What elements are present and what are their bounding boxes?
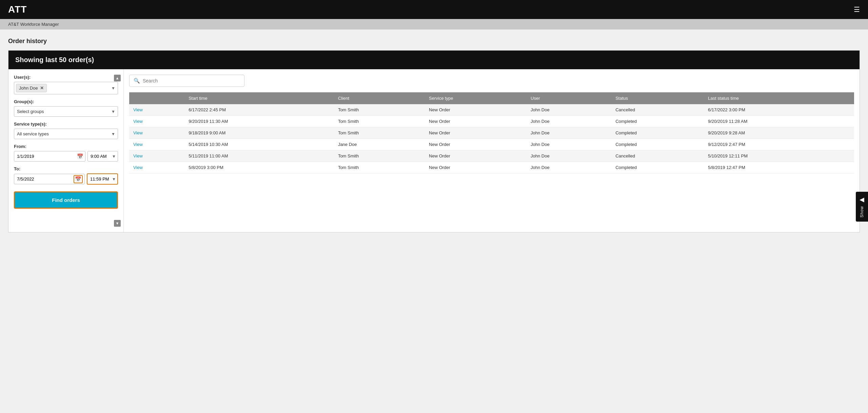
row-last-status-time: 5/8/2019 12:47 PM xyxy=(704,162,854,173)
panel-header: Showing last 50 order(s) xyxy=(8,51,860,69)
table-body: View 6/17/2022 2:45 PM Tom Smith New Ord… xyxy=(129,104,854,173)
remove-user-button[interactable]: ✕ xyxy=(40,86,44,91)
search-input[interactable] xyxy=(143,78,240,83)
page-content: Order history Showing last 50 order(s) ▲… xyxy=(0,30,868,241)
row-client: Tom Smith xyxy=(334,104,425,116)
row-user: John Doe xyxy=(527,104,611,116)
row-status: Cancelled xyxy=(611,150,704,162)
row-service-type: New Order xyxy=(425,162,527,173)
hamburger-icon[interactable]: ☰ xyxy=(854,5,860,14)
to-time-select[interactable]: 11:59 PM 10:00 PM xyxy=(87,173,118,185)
table-row: View 5/14/2019 10:30 AM Jane Doe New Ord… xyxy=(129,139,854,150)
row-start-time: 5/11/2019 11:00 AM xyxy=(184,150,334,162)
table-row: View 5/11/2019 11:00 AM Tom Smith New Or… xyxy=(129,150,854,162)
row-action[interactable]: View xyxy=(129,104,184,116)
from-date-row: 📅 9:00 AM 10:00 AM ▼ xyxy=(14,151,118,162)
from-date-input-wrap: 📅 xyxy=(14,151,85,162)
filter-sidebar: ▲ User(s): John Doe ✕ ▼ Group(s): xyxy=(8,69,124,232)
col-last-status-time: Last status time xyxy=(704,92,854,104)
col-start-time: Start time xyxy=(184,92,334,104)
col-status: Status xyxy=(611,92,704,104)
to-calendar-icon[interactable]: 📅 xyxy=(74,175,83,183)
col-client: Client xyxy=(334,92,425,104)
row-last-status-time: 9/20/2019 11:28 AM xyxy=(704,116,854,127)
users-select-box[interactable]: John Doe ✕ xyxy=(14,82,118,94)
row-user: John Doe xyxy=(527,150,611,162)
row-action[interactable]: View xyxy=(129,127,184,139)
service-type-select[interactable]: All service types xyxy=(14,129,118,139)
show-tab[interactable]: ◀ Show xyxy=(856,191,868,221)
subtitle: AT&T Workforce Manager xyxy=(8,22,59,27)
view-link[interactable]: View xyxy=(133,142,143,147)
row-start-time: 9/20/2019 11:30 AM xyxy=(184,116,334,127)
table-row: View 9/20/2019 11:30 AM Tom Smith New Or… xyxy=(129,116,854,127)
from-calendar-icon[interactable]: 📅 xyxy=(77,153,83,159)
col-user: User xyxy=(527,92,611,104)
to-time-select-wrap: 11:59 PM 10:00 PM ▼ xyxy=(87,173,118,185)
main-panel: Showing last 50 order(s) ▲ User(s): John… xyxy=(8,50,860,232)
row-start-time: 9/18/2019 9:00 AM xyxy=(184,127,334,139)
users-label: User(s): xyxy=(14,75,118,80)
row-user: John Doe xyxy=(527,162,611,173)
row-last-status-time: 6/17/2022 3:00 PM xyxy=(704,104,854,116)
sub-nav: AT&T Workforce Manager xyxy=(0,19,868,30)
from-label: From: xyxy=(14,144,118,149)
row-status: Completed xyxy=(611,162,704,173)
row-client: Tom Smith xyxy=(334,162,425,173)
user-tag-name: John Doe xyxy=(19,86,38,91)
from-time-select[interactable]: 9:00 AM 10:00 AM xyxy=(87,151,118,162)
top-nav: ATT ☰ xyxy=(0,0,868,19)
view-link[interactable]: View xyxy=(133,119,143,124)
row-user: John Doe xyxy=(527,116,611,127)
row-start-time: 5/8/2019 3:00 PM xyxy=(184,162,334,173)
table-row: View 5/8/2019 3:00 PM Tom Smith New Orde… xyxy=(129,162,854,173)
row-user: John Doe xyxy=(527,127,611,139)
row-action[interactable]: View xyxy=(129,139,184,150)
row-service-type: New Order xyxy=(425,150,527,162)
service-type-label: Service type(s): xyxy=(14,121,118,127)
row-start-time: 6/17/2022 2:45 PM xyxy=(184,104,334,116)
row-client: Tom Smith xyxy=(334,116,425,127)
page-title: Order history xyxy=(8,38,860,45)
view-link[interactable]: View xyxy=(133,165,143,170)
row-last-status-time: 5/10/2019 12:11 PM xyxy=(704,150,854,162)
row-status: Cancelled xyxy=(611,104,704,116)
service-type-select-wrapper: All service types ▼ xyxy=(14,129,118,139)
panel-body: ▲ User(s): John Doe ✕ ▼ Group(s): xyxy=(8,69,860,232)
to-date-input-wrap: 📅 xyxy=(14,174,85,184)
row-start-time: 5/14/2019 10:30 AM xyxy=(184,139,334,150)
row-action[interactable]: View xyxy=(129,116,184,127)
row-client: Tom Smith xyxy=(334,150,425,162)
view-link[interactable]: View xyxy=(133,130,143,135)
row-service-type: New Order xyxy=(425,127,527,139)
content-area: 🔍 Start time Client Service type User St… xyxy=(124,69,860,232)
row-last-status-time: 9/12/2019 2:47 PM xyxy=(704,139,854,150)
view-link[interactable]: View xyxy=(133,153,143,158)
groups-select[interactable]: Select groups xyxy=(14,106,118,117)
find-orders-button[interactable]: Find orders xyxy=(14,191,118,209)
row-action[interactable]: View xyxy=(129,150,184,162)
view-link[interactable]: View xyxy=(133,107,143,112)
orders-table: Start time Client Service type User Stat… xyxy=(129,92,854,173)
row-action[interactable]: View xyxy=(129,162,184,173)
row-service-type: New Order xyxy=(425,104,527,116)
scroll-down-button[interactable]: ▼ xyxy=(114,220,121,227)
search-icon: 🔍 xyxy=(134,78,140,84)
row-client: Jane Doe xyxy=(334,139,425,150)
search-bar: 🔍 xyxy=(129,75,244,87)
show-tab-label: Show xyxy=(860,206,864,217)
row-user: John Doe xyxy=(527,139,611,150)
table-row: View 9/18/2019 9:00 AM Tom Smith New Ord… xyxy=(129,127,854,139)
table-row: View 6/17/2022 2:45 PM Tom Smith New Ord… xyxy=(129,104,854,116)
row-service-type: New Order xyxy=(425,139,527,150)
row-last-status-time: 9/20/2019 9:28 AM xyxy=(704,127,854,139)
user-tag: John Doe ✕ xyxy=(16,84,47,92)
row-service-type: New Order xyxy=(425,116,527,127)
to-date-row: 📅 11:59 PM 10:00 PM ▼ xyxy=(14,173,118,185)
app-logo: ATT xyxy=(8,4,27,15)
users-select-wrapper: John Doe ✕ ▼ xyxy=(14,82,118,94)
scroll-up-button[interactable]: ▲ xyxy=(114,75,121,81)
from-date-input[interactable] xyxy=(14,151,85,162)
row-status: Completed xyxy=(611,139,704,150)
row-status: Completed xyxy=(611,116,704,127)
